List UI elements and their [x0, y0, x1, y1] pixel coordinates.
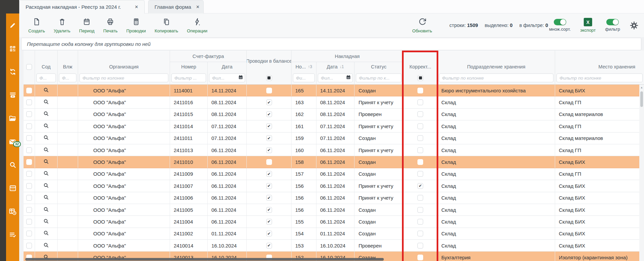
correction-checkbox[interactable] [417, 255, 423, 260]
waybill-date-filter-input[interactable] [318, 74, 353, 82]
column-header-invoice-number[interactable]: Номер [170, 62, 208, 71]
row-select-checkbox[interactable] [26, 147, 32, 153]
status-filter-input[interactable] [356, 74, 402, 82]
postings-checkbox[interactable] [266, 195, 272, 201]
column-header-vlzh[interactable]: Влж [58, 62, 78, 71]
magnifier-icon[interactable] [43, 170, 49, 178]
postings-checkbox[interactable] [266, 99, 272, 105]
table-row[interactable]: ООО "Альфа" 2411013 06.11.2024 160 06.11… [24, 144, 644, 156]
column-header-waybill-date[interactable]: Дата↓1 [316, 62, 354, 71]
table-row[interactable]: ООО "Альфа" 2411006 06.11.2024 156 06.11… [24, 192, 644, 204]
group-header-invoice[interactable]: Счет-фактура [170, 51, 247, 62]
period-button[interactable]: Период [75, 18, 99, 33]
row-select-checkbox[interactable] [26, 231, 32, 236]
postings-checkbox[interactable] [266, 88, 272, 93]
magnifier-icon[interactable] [43, 122, 49, 130]
column-header-waybill-number[interactable]: Но...↑3 [292, 62, 316, 71]
department-filter-input[interactable] [439, 74, 553, 82]
magnifier-icon[interactable] [43, 206, 49, 214]
column-header-org[interactable]: Организация [78, 62, 170, 71]
column-header-invoice-date[interactable]: Дата [208, 62, 247, 71]
table-row[interactable]: ООО "Альфа" 2411005 06.11.2024 156 06.11… [24, 204, 644, 216]
table-row[interactable]: ООО "Альфа" 2411007 06.11.2024 156 06.11… [24, 180, 644, 192]
magnifier-icon[interactable] [43, 194, 49, 202]
row-select-checkbox[interactable] [26, 135, 32, 141]
row-select-checkbox[interactable] [26, 171, 32, 177]
column-header-status[interactable]: Статус [354, 62, 403, 71]
row-select-checkbox[interactable] [26, 219, 32, 225]
row-select-checkbox[interactable] [26, 111, 32, 117]
table-row[interactable]: ООО "Альфа" 2411009 06.11.2024 157 06.11… [24, 168, 644, 180]
table-row[interactable]: ООО "Альфа" 2411004 06.11.2024 155 06.11… [24, 216, 644, 228]
magnifier-icon[interactable] [43, 98, 49, 106]
correction-checkbox[interactable] [417, 159, 423, 165]
magnifier-icon[interactable] [43, 182, 49, 190]
refresh-button[interactable]: Обновить [408, 13, 436, 37]
sidebar-item-documents[interactable] [8, 114, 17, 123]
postings-checkbox[interactable] [266, 147, 272, 153]
sidebar-item-modules[interactable] [8, 44, 17, 53]
table-row[interactable]: ООО "Альфа" 2410014 16.10.2024 153 16.10… [24, 240, 644, 252]
magnifier-icon[interactable] [43, 242, 49, 250]
magnifier-icon[interactable] [43, 134, 49, 142]
sidebar-item-reports[interactable] [8, 207, 17, 216]
close-icon[interactable]: ✕ [135, 4, 138, 9]
postings-checkbox[interactable] [266, 135, 272, 141]
correction-checkbox[interactable] [417, 123, 423, 129]
postings-checkbox[interactable] [266, 111, 272, 117]
sidebar-item-edit[interactable] [8, 21, 17, 30]
copy-button[interactable]: Копировать [150, 18, 182, 33]
correction-checkbox[interactable] [417, 99, 423, 105]
correction-checkbox[interactable] [417, 195, 423, 201]
table-row[interactable]: ООО "Альфа" 2411016 08.11.2024 163 08.11… [24, 96, 644, 108]
horizontal-scrollbar-thumb[interactable] [25, 258, 384, 261]
table-row[interactable]: ООО "Альфа" 2411010 06.11.2024 158 06.11… [24, 156, 644, 168]
org-filter-input[interactable] [79, 74, 168, 82]
vertical-scrollbar-thumb[interactable] [640, 91, 643, 107]
location-filter-input[interactable] [556, 74, 643, 82]
sidebar-item-calendar[interactable] [8, 184, 17, 193]
postings-checkbox[interactable] [266, 219, 272, 225]
close-icon[interactable]: ✕ [196, 4, 200, 9]
settings-gear-icon[interactable] [630, 21, 639, 30]
correction-checkbox[interactable] [417, 183, 423, 189]
select-all-checkbox[interactable] [26, 64, 32, 70]
magnifier-icon[interactable] [43, 110, 49, 118]
postings-checkbox[interactable] [266, 207, 272, 213]
postings-button[interactable]: Проводки [122, 18, 150, 33]
delete-button[interactable]: Удалить [49, 18, 75, 33]
export-control[interactable]: X экспорт [580, 18, 596, 33]
row-select-checkbox[interactable] [26, 123, 32, 129]
filter-toggle[interactable] [606, 19, 619, 25]
magnifier-icon[interactable] [43, 158, 49, 166]
correction-checkbox[interactable] [417, 88, 423, 93]
table-row[interactable]: ООО "Альфа" 2411015 08.11.2024 162 08.11… [24, 109, 644, 120]
create-button[interactable]: Создать [24, 18, 49, 33]
postings-checkbox[interactable] [266, 231, 272, 236]
tab-document-registry[interactable]: Расходная накладная - Реестр за 2024 г. … [19, 0, 145, 13]
vertical-scrollbar[interactable]: ▲ [639, 85, 644, 261]
postings-filter-checkbox[interactable] [266, 75, 272, 81]
correction-checkbox[interactable] [417, 171, 423, 177]
postings-checkbox[interactable] [266, 159, 272, 165]
vlzh-filter-input[interactable] [59, 74, 76, 82]
sod-filter-input[interactable] [36, 74, 56, 82]
sidebar-item-tasks[interactable] [8, 230, 17, 239]
postings-checkbox[interactable] [266, 171, 272, 177]
row-select-checkbox[interactable] [26, 159, 32, 165]
print-button[interactable]: Печать [99, 18, 122, 33]
postings-checkbox[interactable] [266, 243, 272, 249]
sidebar-item-mail[interactable]: 32 [8, 137, 17, 146]
waybill-number-filter-input[interactable] [293, 74, 315, 82]
magnifier-icon[interactable] [43, 146, 49, 154]
sidebar-item-sync[interactable] [8, 67, 17, 76]
row-select-checkbox[interactable] [26, 99, 32, 105]
sidebar-item-print-queue[interactable] [8, 91, 17, 99]
row-select-checkbox[interactable] [26, 207, 32, 213]
postings-checkbox[interactable] [266, 183, 272, 189]
table-row[interactable]: ООО "Альфа" 2411011 07.11.2024 159 07.11… [24, 133, 644, 144]
table-row[interactable]: ООО "Альфа" 2411002 01.11.2024 154 01.11… [24, 228, 644, 240]
postings-checkbox[interactable] [266, 123, 272, 129]
invoice-date-filter-input[interactable] [209, 74, 245, 82]
correction-checkbox[interactable] [417, 207, 423, 213]
